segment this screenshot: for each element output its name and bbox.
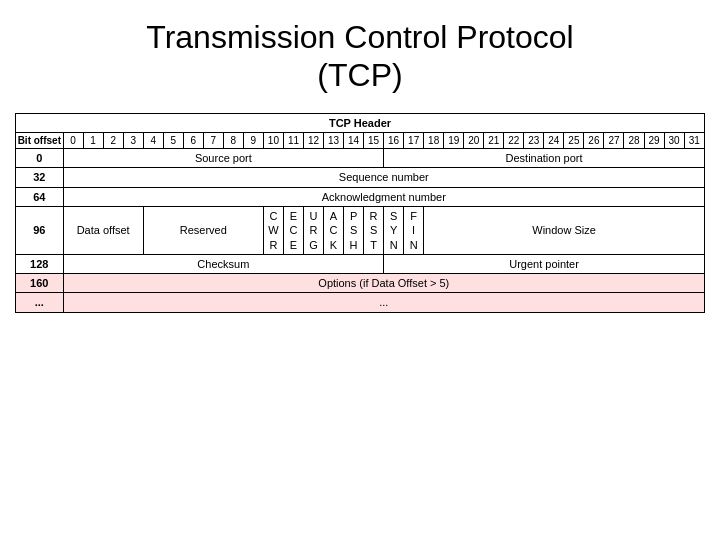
bit-30: 30	[664, 133, 684, 149]
bit-10: 10	[263, 133, 283, 149]
bit-7: 7	[203, 133, 223, 149]
bit-27: 27	[604, 133, 624, 149]
offset-96: 96	[16, 206, 64, 254]
ellipsis: ...	[63, 293, 704, 312]
bit-11: 11	[283, 133, 303, 149]
bit-3: 3	[123, 133, 143, 149]
bit-6: 6	[183, 133, 203, 149]
urgent-pointer: Urgent pointer	[384, 254, 705, 273]
bit-17: 17	[404, 133, 424, 149]
bit-24: 24	[544, 133, 564, 149]
sequence-number: Sequence number	[63, 168, 704, 187]
page-title: Transmission Control Protocol (TCP)	[146, 18, 573, 95]
offset-32: 32	[16, 168, 64, 187]
bit-22: 22	[504, 133, 524, 149]
tcp-header-table: TCP Header Bit offset 0 1 2 3 4 5 6 7 8 …	[15, 113, 705, 313]
bit-31: 31	[684, 133, 704, 149]
bit-18: 18	[424, 133, 444, 149]
bit-8: 8	[223, 133, 243, 149]
bit-28: 28	[624, 133, 644, 149]
offset-160: 160	[16, 274, 64, 293]
bit-0: 0	[63, 133, 83, 149]
ack-number: Acknowledgment number	[63, 187, 704, 206]
bit-4: 4	[143, 133, 163, 149]
page: Transmission Control Protocol (TCP) TCP …	[0, 0, 720, 540]
flag-fin: FIN	[404, 206, 424, 254]
bit-13: 13	[324, 133, 344, 149]
bit-numbers-row: Bit offset 0 1 2 3 4 5 6 7 8 9 10 11 12 …	[16, 133, 705, 149]
table-header-row: TCP Header	[16, 113, 705, 132]
window-size: Window Size	[424, 206, 705, 254]
table-row: 0 Source port Destination port	[16, 149, 705, 168]
table-row-options: 160 Options (if Data Offset > 5)	[16, 274, 705, 293]
bit-16: 16	[384, 133, 404, 149]
flag-ece: ECE	[283, 206, 303, 254]
reserved: Reserved	[143, 206, 263, 254]
bit-14: 14	[344, 133, 364, 149]
bit-2: 2	[103, 133, 123, 149]
bit-9: 9	[243, 133, 263, 149]
bit-1: 1	[83, 133, 103, 149]
bit-21: 21	[484, 133, 504, 149]
bit-25: 25	[564, 133, 584, 149]
flag-rst: RST	[364, 206, 384, 254]
table-row: 128 Checksum Urgent pointer	[16, 254, 705, 273]
bit-29: 29	[644, 133, 664, 149]
bit-20: 20	[464, 133, 484, 149]
bit-19: 19	[444, 133, 464, 149]
table-row: 96 Data offset Reserved CWR ECE URG ACK …	[16, 206, 705, 254]
bit-12: 12	[303, 133, 323, 149]
source-port: Source port	[63, 149, 384, 168]
bit-5: 5	[163, 133, 183, 149]
table-row-ellipsis: ... ...	[16, 293, 705, 312]
flag-urg: URG	[303, 206, 323, 254]
bit-15: 15	[364, 133, 384, 149]
flag-psh: PSH	[344, 206, 364, 254]
table-row: 64 Acknowledgment number	[16, 187, 705, 206]
destination-port: Destination port	[384, 149, 705, 168]
checksum: Checksum	[63, 254, 384, 273]
data-offset: Data offset	[63, 206, 143, 254]
offset-ellipsis: ...	[16, 293, 64, 312]
offset-0: 0	[16, 149, 64, 168]
bit-26: 26	[584, 133, 604, 149]
offset-128: 128	[16, 254, 64, 273]
bit-23: 23	[524, 133, 544, 149]
tcp-header-title: TCP Header	[16, 113, 705, 132]
flag-ack: ACK	[324, 206, 344, 254]
table-row: 32 Sequence number	[16, 168, 705, 187]
options: Options (if Data Offset > 5)	[63, 274, 704, 293]
flag-syn: SYN	[384, 206, 404, 254]
tcp-table-container: TCP Header Bit offset 0 1 2 3 4 5 6 7 8 …	[15, 113, 705, 313]
bit-offset-label: Bit offset	[16, 133, 64, 149]
offset-64: 64	[16, 187, 64, 206]
flag-cwr: CWR	[263, 206, 283, 254]
